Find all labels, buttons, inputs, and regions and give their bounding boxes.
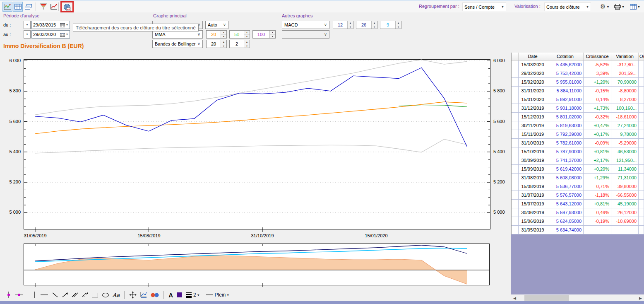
table-row[interactable]: 15/11/20195 792,39000+0,17%9,78000 bbox=[512, 130, 644, 139]
cell-variation: 71,31000 bbox=[611, 174, 639, 182]
column-header[interactable]: Croissance bbox=[584, 53, 611, 60]
column-header[interactable]: Variation bbox=[611, 53, 639, 60]
spin-down-icon[interactable]: ▼ bbox=[348, 25, 353, 29]
bollinger-select[interactable]: Bandes de Bollinger ∨ bbox=[152, 40, 203, 48]
table-row[interactable]: 15/08/20195 536,77000-0,71%-39,80000 bbox=[512, 182, 644, 191]
spin-up-icon[interactable]: ▲ bbox=[244, 40, 250, 44]
x-tick-label: 15/08/2019 bbox=[130, 233, 168, 238]
spin-down-icon[interactable]: ▼ bbox=[396, 25, 401, 29]
macd-select[interactable]: MACD ∨ bbox=[282, 21, 329, 29]
table-row[interactable]: 29/02/20205 753,42000-3,39%-201,59... bbox=[512, 69, 644, 78]
vertical-line-tool[interactable] bbox=[32, 290, 38, 300]
cell-date: 30/06/2019 bbox=[519, 208, 547, 217]
scrollbar-thumb[interactable] bbox=[524, 295, 569, 301]
table-row[interactable]: 31/08/20195 608,08000+1,29%71,31000 bbox=[512, 174, 644, 182]
line-style-select[interactable]: Plein ▼ bbox=[205, 290, 231, 300]
column-header[interactable]: Cotation bbox=[547, 53, 584, 60]
bollinger-period-spinner[interactable]: 20 ▲▼ bbox=[206, 40, 227, 48]
column-header[interactable]: Date bbox=[519, 53, 547, 60]
mma-period1-spinner[interactable]: 20 ▲▼ bbox=[206, 30, 227, 39]
regroupement-select[interactable]: Sens / Compte ▼ bbox=[462, 2, 506, 11]
filter-button[interactable] bbox=[38, 2, 48, 12]
table-row[interactable]: 15/12/20195 801,02000-0,32%-18,61000 bbox=[512, 113, 644, 121]
spin-down-icon[interactable]: ▼ bbox=[372, 25, 377, 29]
move-tool[interactable] bbox=[128, 290, 137, 300]
mma-period3-spinner[interactable]: 100 ▲▼ bbox=[252, 30, 276, 39]
macd-fast-spinner[interactable]: 12 ▲▼ bbox=[333, 21, 353, 29]
parallel-lines-tool[interactable] bbox=[71, 290, 79, 300]
vertical-line-icon bbox=[33, 291, 37, 299]
table-row[interactable]: 15/06/20195 624,05000-0,19%-10,69000 bbox=[512, 217, 644, 226]
spin-down-icon[interactable]: ▼ bbox=[221, 35, 226, 39]
horizontal-line-tool[interactable] bbox=[39, 290, 49, 300]
valorisation-select[interactable]: Cours de clôture ▼ bbox=[544, 2, 591, 11]
macd-signal-spinner[interactable]: 9 ▲▼ bbox=[380, 21, 401, 29]
cascade-windows-button[interactable] bbox=[23, 2, 33, 12]
spin-down-icon[interactable]: ▼ bbox=[221, 44, 226, 48]
text-tool[interactable]: Aa bbox=[112, 290, 120, 300]
table-row[interactable]: 30/09/20195 741,37000+2,17%121,950... bbox=[512, 156, 644, 165]
spin-up-icon[interactable]: ▲ bbox=[348, 21, 353, 25]
horizontal-cursor-tool[interactable] bbox=[14, 290, 24, 300]
font-button[interactable]: A bbox=[168, 290, 174, 300]
spin-up-icon[interactable]: ▲ bbox=[221, 31, 226, 35]
table-row[interactable]: 31/07/20195 576,57000-1,18%-66,55000 bbox=[512, 191, 644, 200]
du-preset-select[interactable]: ▼ bbox=[24, 21, 31, 29]
spin-up-icon[interactable]: ▲ bbox=[372, 21, 377, 25]
table-row[interactable]: 31/12/20195 901,18000+1,73%100,160... bbox=[512, 104, 644, 113]
settings-button[interactable]: ⚙ ▼ bbox=[600, 2, 609, 11]
table-hscrollbar[interactable]: ◀ ▶ bbox=[511, 295, 644, 301]
cell-cotation: 5 792,39000 bbox=[547, 130, 584, 139]
performance-chart-button[interactable] bbox=[49, 2, 59, 12]
color-picker-button[interactable] bbox=[175, 290, 183, 300]
spin-up-icon[interactable]: ▲ bbox=[244, 31, 250, 35]
table-row[interactable]: 15/01/20205 892,91000-0,14%-8,27000 bbox=[512, 95, 644, 104]
table-row[interactable]: 31/10/20195 782,61000-0,09%-5,29000 bbox=[512, 139, 644, 147]
autres-graphes-select-2[interactable]: ∨ bbox=[282, 30, 329, 39]
print-button[interactable]: ▼ bbox=[614, 2, 625, 11]
table-row[interactable]: 30/11/20195 819,63000+0,47%27,24000 bbox=[512, 121, 644, 130]
vertical-cursor-tool[interactable] bbox=[5, 290, 12, 300]
download-quotes-button[interactable] bbox=[62, 2, 72, 12]
mma-period2-spinner[interactable]: 50 ▲▼ bbox=[229, 30, 250, 39]
color-toggle-tool[interactable] bbox=[150, 290, 160, 300]
line-thickness-select[interactable]: 2 ▼ bbox=[185, 290, 201, 300]
spin-down-icon[interactable]: ▼ bbox=[244, 44, 250, 48]
rectangle-tool[interactable] bbox=[91, 290, 99, 300]
diagonal-line-tool[interactable] bbox=[51, 290, 59, 300]
arrow-tool[interactable] bbox=[61, 290, 69, 300]
au-preset-select[interactable]: ▼ bbox=[24, 30, 31, 39]
table-row[interactable]: 30/06/20195 597,93000-0,46%-26,12000 bbox=[512, 208, 644, 217]
bollinger-deviation-spinner[interactable]: 2 ▲▼ bbox=[229, 40, 250, 48]
table-view-button[interactable] bbox=[13, 2, 23, 12]
columns-button[interactable]: ▼ bbox=[630, 2, 640, 11]
scroll-right-icon[interactable]: ▶ bbox=[637, 295, 644, 301]
au-date-input[interactable]: 29/03/2020 ▼ bbox=[31, 30, 70, 39]
chart-edit-tool[interactable] bbox=[139, 290, 148, 300]
cell-croissance: -3,39% bbox=[584, 69, 611, 78]
macd-chart-svg[interactable] bbox=[24, 244, 490, 287]
mma-select[interactable]: MMA ∨ bbox=[152, 30, 203, 39]
spin-up-icon[interactable]: ▲ bbox=[396, 21, 401, 25]
spin-down-icon[interactable]: ▼ bbox=[244, 35, 250, 39]
main-chart-svg[interactable] bbox=[24, 59, 490, 232]
table-row[interactable]: 15/03/20205 435,62000-5,52%-317,80... bbox=[512, 60, 644, 69]
spin-up-icon[interactable]: ▲ bbox=[221, 40, 226, 44]
table-row[interactable]: 15/07/20195 643,12000+0,81%45,19000 bbox=[512, 200, 644, 208]
du-date-input[interactable]: 29/03/2015 ▼ bbox=[31, 21, 70, 29]
table-row[interactable]: 15/10/20195 787,90000+0,81%46,53000 bbox=[512, 147, 644, 156]
scroll-left-icon[interactable]: ◀ bbox=[511, 295, 518, 301]
macd-slow-spinner[interactable]: 26 ▲▼ bbox=[356, 21, 377, 29]
table-row[interactable]: 15/09/20195 619,42000+0,20%11,34000 bbox=[512, 165, 644, 174]
ellipse-tool[interactable] bbox=[101, 290, 110, 300]
chevron-down-icon: ▼ bbox=[66, 33, 68, 36]
column-header[interactable]: Ou bbox=[639, 53, 644, 60]
scale-mode-select[interactable]: Auto ∨ bbox=[205, 21, 228, 29]
channel-tool[interactable] bbox=[81, 290, 89, 300]
table-row[interactable]: 15/02/20205 955,01000+1,20%70,90000 bbox=[512, 78, 644, 87]
table-row[interactable]: 31/01/20205 884,11000-0,15%-8,80000 bbox=[512, 87, 644, 95]
table-row[interactable]: 31/05/20195 634,74000 bbox=[512, 226, 644, 234]
spin-down-icon[interactable]: ▼ bbox=[270, 35, 275, 39]
spin-up-icon[interactable]: ▲ bbox=[270, 31, 275, 35]
chart-view-button[interactable] bbox=[2, 2, 12, 12]
